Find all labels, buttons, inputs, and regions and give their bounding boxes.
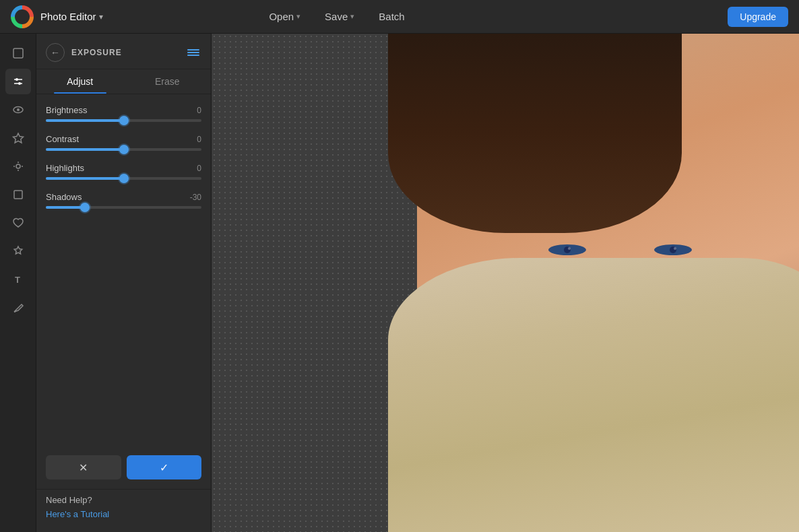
contrast-track[interactable] (46, 148, 201, 151)
highlights-label: Highlights (46, 163, 84, 173)
sidebar-icon-draw[interactable] (5, 295, 31, 321)
contrast-thumb[interactable] (119, 145, 129, 154)
sidebar-icon-eye[interactable] (5, 97, 31, 123)
open-button[interactable]: Open ▾ (259, 7, 310, 26)
highlights-value: 0 (197, 164, 201, 173)
photo-hair (388, 34, 682, 233)
svg-point-18 (568, 247, 571, 250)
brightness-label: Brightness (46, 105, 87, 115)
slider-contrast: Contrast 0 (46, 134, 201, 151)
tab-erase[interactable]: Erase (124, 69, 212, 94)
save-chevron: ▾ (350, 12, 354, 21)
panel-header: ← EXPOSURE (36, 34, 211, 69)
layers-icon (187, 49, 199, 56)
panel-tabs: Adjust Erase (36, 69, 211, 94)
highlights-thumb[interactable] (119, 174, 129, 183)
svg-point-4 (18, 82, 21, 85)
panel-title: EXPOSURE (71, 48, 179, 57)
highlights-track[interactable] (46, 177, 201, 180)
confirm-button[interactable]: ✓ (127, 455, 202, 479)
slider-brightness: Brightness 0 (46, 105, 201, 122)
logo-inner (15, 9, 30, 24)
sidebar-icon-text[interactable]: T (5, 267, 31, 292)
sidebar-icon-star[interactable] (5, 125, 31, 151)
contrast-fill (46, 148, 124, 151)
eye-right-svg (653, 243, 693, 257)
shadows-label: Shadows (46, 192, 82, 202)
slider-highlights: Highlights 0 (46, 163, 201, 180)
shadows-thumb[interactable] (80, 203, 90, 212)
panel-actions: ✕ ✓ (36, 448, 211, 489)
sidebar-icon-effects[interactable] (5, 154, 31, 179)
sidebar-icon-layers[interactable] (5, 40, 31, 66)
help-section: Need Help? Here's a Tutorial (36, 489, 211, 532)
svg-point-6 (17, 108, 20, 111)
exposure-panel: ← EXPOSURE Adjust Erase Brightness 0 (36, 34, 212, 532)
panel-layers-button[interactable] (185, 44, 201, 61)
cancel-icon: ✕ (79, 461, 88, 474)
eye-left-svg (547, 243, 587, 257)
batch-button[interactable]: Batch (369, 7, 414, 26)
help-heading: Need Help? (46, 495, 201, 505)
open-chevron: ▾ (296, 12, 300, 21)
app-logo (11, 5, 34, 28)
sidebar-icon-badge[interactable] (5, 238, 31, 264)
brightness-fill (46, 119, 124, 122)
svg-rect-13 (14, 191, 22, 199)
svg-point-8 (16, 164, 20, 168)
upgrade-button[interactable]: Upgrade (728, 7, 788, 27)
main-area: T ← EXPOSURE Adjust Erase (0, 34, 799, 532)
svg-point-2 (15, 78, 18, 81)
canvas-area (212, 34, 799, 532)
sidebar-icon-adjust[interactable] (5, 69, 31, 94)
photo-canvas[interactable] (212, 34, 799, 532)
svg-text:T: T (15, 275, 20, 285)
topbar: Photo Editor ▾ Open ▾ Save ▾ Batch Upgra… (0, 0, 799, 34)
svg-rect-0 (13, 48, 23, 58)
help-tutorial-link[interactable]: Here's a Tutorial (46, 509, 109, 519)
confirm-icon: ✓ (160, 461, 168, 474)
shadows-fill (46, 206, 85, 209)
tab-adjust[interactable]: Adjust (36, 69, 124, 94)
slider-shadows: Shadows -30 (46, 192, 201, 209)
svg-marker-7 (13, 133, 23, 143)
app-title: Photo Editor (40, 11, 96, 22)
contrast-label: Contrast (46, 134, 79, 144)
sidebar-icons: T (0, 34, 36, 532)
highlights-fill (46, 177, 124, 180)
photo-sweater (388, 258, 799, 532)
shadows-value: -30 (190, 193, 201, 202)
cancel-button[interactable]: ✕ (46, 455, 121, 479)
brightness-thumb[interactable] (119, 116, 129, 125)
sidebar-icon-heart[interactable] (5, 210, 31, 236)
svg-point-21 (674, 247, 676, 250)
save-button[interactable]: Save ▾ (315, 7, 364, 26)
brightness-value: 0 (197, 106, 201, 115)
sliders-area: Brightness 0 Contrast 0 (36, 94, 211, 448)
panel-back-button[interactable]: ← (46, 43, 65, 62)
contrast-value: 0 (197, 135, 201, 144)
shadows-track[interactable] (46, 206, 201, 209)
app-title-chevron: ▾ (99, 12, 103, 22)
brightness-track[interactable] (46, 119, 201, 122)
sidebar-icon-crop[interactable] (5, 182, 31, 207)
topbar-center: Open ▾ Save ▾ Batch (259, 7, 414, 26)
